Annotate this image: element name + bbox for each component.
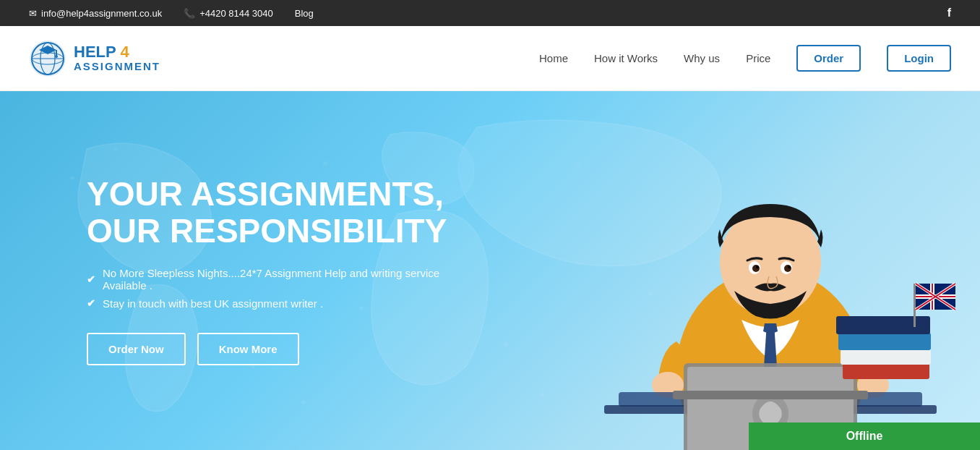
svg-point-22 (540, 393, 544, 397)
svg-point-28 (752, 265, 760, 272)
nav-home[interactable]: Home (539, 52, 568, 64)
svg-rect-41 (841, 349, 931, 365)
svg-rect-43 (836, 316, 930, 334)
svg-point-31 (788, 266, 791, 268)
email-text: info@help4assignment.co.uk (41, 8, 162, 19)
svg-point-14 (504, 342, 508, 347)
svg-point-12 (323, 161, 327, 166)
hero-buttons: Order Now Know More (87, 333, 470, 365)
logo-help4: HELP 4 (74, 43, 160, 61)
email-icon: ✉ (29, 8, 37, 19)
facebook-icon[interactable]: f (947, 7, 951, 20)
check-icon-2: ✔ (87, 297, 95, 309)
svg-rect-39 (673, 391, 868, 399)
bullet-2-text: Stay in touch with best UK assignment wr… (103, 297, 323, 310)
hero-illustration (561, 103, 980, 450)
hero-title: YOUR ASSIGNMENTS, OUR RESPONSIBILITY (87, 176, 470, 249)
nav-how-it-works[interactable]: How it Works (594, 52, 658, 64)
offline-chat-button[interactable]: Offline (749, 423, 980, 450)
blog-text: Blog (295, 8, 314, 19)
nav-why-us[interactable]: Why us (684, 52, 720, 64)
svg-rect-40 (843, 363, 929, 379)
svg-point-29 (784, 265, 791, 272)
logo-assignment: ASSIGNMENT (74, 61, 160, 73)
svg-point-9 (113, 147, 118, 151)
top-bar-left: ✉ info@help4assignment.co.uk 📞 +4420 814… (29, 8, 947, 19)
hero-title-line1: YOUR ASSIGNMENTS, (87, 175, 444, 213)
logo-icon (29, 40, 66, 77)
svg-point-21 (301, 400, 306, 404)
hero-title-line2: OUR RESPONSIBILITY (87, 212, 447, 250)
hero-bullet-2: ✔ Stay in touch with best UK assignment … (87, 297, 470, 310)
blog-link[interactable]: Blog (295, 8, 314, 19)
phone-icon: 📞 (184, 8, 195, 19)
hero-bullet-1: ✔ No More Sleepless Nights....24*7 Assig… (87, 267, 470, 292)
phone-text: +4420 8144 3040 (199, 8, 273, 19)
main-nav: Home How it Works Why us Price Order Log… (539, 45, 951, 72)
hero-bullets: ✔ No More Sleepless Nights....24*7 Assig… (87, 267, 470, 310)
order-button[interactable]: Order (796, 45, 861, 72)
login-button[interactable]: Login (887, 45, 951, 72)
phone-link[interactable]: 📞 +4420 8144 3040 (184, 8, 273, 19)
header: HELP 4 ASSIGNMENT Home How it Works Why … (0, 26, 980, 91)
check-icon-1: ✔ (87, 273, 95, 285)
nav-price[interactable]: Price (746, 52, 770, 64)
svg-point-30 (756, 266, 759, 268)
top-bar: ✉ info@help4assignment.co.uk 📞 +4420 814… (0, 0, 980, 26)
email-link[interactable]: ✉ info@help4assignment.co.uk (29, 8, 162, 19)
hero-section: YOUR ASSIGNMENTS, OUR RESPONSIBILITY ✔ N… (0, 91, 980, 450)
top-bar-right: f (947, 7, 951, 20)
bullet-1-text: No More Sleepless Nights....24*7 Assignm… (103, 267, 470, 292)
svg-rect-42 (838, 333, 931, 350)
logo-text: HELP 4 ASSIGNMENT (74, 43, 160, 73)
logo[interactable]: HELP 4 ASSIGNMENT (29, 40, 160, 77)
hero-know-more-button[interactable]: Know More (197, 333, 299, 365)
hero-content: YOUR ASSIGNMENTS, OUR RESPONSIBILITY ✔ N… (0, 176, 470, 365)
svg-rect-44 (914, 284, 916, 327)
svg-rect-49 (932, 284, 933, 310)
hero-order-button[interactable]: Order Now (87, 333, 186, 365)
svg-point-7 (55, 55, 58, 58)
